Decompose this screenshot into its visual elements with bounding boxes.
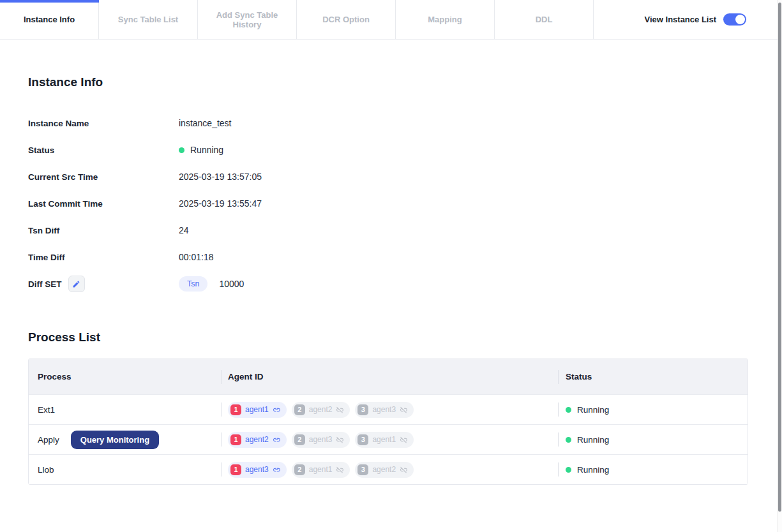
field-row-tsn-diff: Tsn Diff 24 <box>28 217 748 244</box>
agent-name: agent1 <box>372 435 396 444</box>
process-list-title: Process List <box>28 330 748 344</box>
process-table-header: Process Agent ID Status <box>29 359 748 394</box>
field-label: Status <box>28 145 179 155</box>
tab-label: Instance Info <box>24 15 75 24</box>
agent-badge[interactable]: 2 agent2 <box>292 402 350 418</box>
scrollbar-track <box>778 0 782 532</box>
main-content: Instance Info Instance Name instance_tes… <box>0 40 782 485</box>
column-header-agent-id: Agent ID <box>222 359 558 394</box>
table-row-llob: Llob 1 agent3 2 agent1 3 <box>29 454 748 484</box>
agent-name: agent3 <box>372 405 396 414</box>
link-off-icon <box>336 406 344 414</box>
field-row-status: Status Running <box>28 137 748 163</box>
link-off-icon <box>336 436 344 444</box>
table-row-ext1: Ext1 1 agent1 2 agent2 3 <box>29 394 748 424</box>
agent-priority-number: 2 <box>294 464 305 475</box>
agent-name: agent3 <box>245 465 269 474</box>
field-row-instance-name: Instance Name instance_test <box>28 110 748 137</box>
field-label: Diff SET <box>28 279 62 289</box>
diff-set-value: 10000 <box>219 279 244 289</box>
tab-label: DCR Option <box>322 15 370 24</box>
table-row-apply: Apply Query Monitoring 1 agent2 2 agent3 <box>29 424 748 454</box>
field-label: Instance Name <box>28 119 179 128</box>
agent-badge[interactable]: 1 agent2 <box>228 432 287 448</box>
field-label: Current Src Time <box>28 172 179 182</box>
tsn-badge[interactable]: Tsn <box>179 276 207 292</box>
tab-dcr-option[interactable]: DCR Option <box>297 0 396 39</box>
tab-instance-info[interactable]: Instance Info <box>0 0 99 39</box>
tab-sync-table-list[interactable]: Sync Table List <box>99 0 198 39</box>
field-value: instance_test <box>179 118 232 128</box>
process-list-section: Process List Process Agent ID Status Ext… <box>28 330 748 485</box>
process-table: Process Agent ID Status Ext1 1 agent1 <box>28 358 748 485</box>
field-value: 2025-03-19 13:57:05 <box>179 172 262 182</box>
agent-badge[interactable]: 3 agent3 <box>355 402 414 418</box>
view-instance-list-label: View Instance List <box>645 15 716 24</box>
tab-bar: Instance Info Sync Table List Add Sync T… <box>0 0 782 40</box>
agent-name: agent3 <box>309 435 333 444</box>
instance-detail-page: Instance Info Sync Table List Add Sync T… <box>0 0 782 485</box>
link-off-icon <box>336 466 344 474</box>
tab-add-sync-table-history[interactable]: Add Sync Table History <box>198 0 297 39</box>
tab-mapping[interactable]: Mapping <box>396 0 495 39</box>
agent-name: agent1 <box>245 405 269 414</box>
agent-badge[interactable]: 1 agent1 <box>228 402 287 418</box>
status-value: Running <box>190 145 223 155</box>
field-label: Time Diff <box>28 253 179 262</box>
status-dot-icon <box>566 437 571 443</box>
instance-info-title: Instance Info <box>28 75 748 89</box>
field-row-current-src-time: Current Src Time 2025-03-19 13:57:05 <box>28 163 748 190</box>
link-off-icon <box>400 406 408 414</box>
field-value: 2025-03-19 13:55:47 <box>179 198 262 209</box>
agent-name: agent2 <box>309 405 333 414</box>
field-value: 24 <box>179 225 189 235</box>
link-off-icon <box>400 466 408 474</box>
agent-badge[interactable]: 2 agent3 <box>292 432 350 448</box>
field-label: Tsn Diff <box>28 226 179 235</box>
view-instance-list-control: View Instance List <box>645 0 782 39</box>
toggle-knob <box>735 15 745 24</box>
process-status: Running <box>577 465 609 475</box>
process-name: Apply <box>38 435 59 445</box>
tab-label: Add Sync Table History <box>202 10 292 29</box>
agent-priority-number: 3 <box>357 404 368 415</box>
field-row-last-commit-time: Last Commit Time 2025-03-19 13:55:47 <box>28 190 748 217</box>
process-status: Running <box>577 435 609 445</box>
tab-label: Mapping <box>428 15 462 24</box>
field-label: Last Commit Time <box>28 199 179 209</box>
pencil-icon <box>72 280 80 288</box>
agent-priority-number: 2 <box>294 404 305 415</box>
field-value: 00:01:18 <box>179 252 214 262</box>
field-row-diff-set: Diff SET Tsn 10000 <box>28 270 748 297</box>
agent-priority-number: 1 <box>230 464 241 475</box>
status-dot-icon <box>566 407 571 413</box>
process-status: Running <box>577 405 609 415</box>
field-row-time-diff: Time Diff 00:01:18 <box>28 244 748 270</box>
view-instance-list-toggle[interactable] <box>723 13 746 26</box>
agent-badge[interactable]: 2 agent1 <box>292 462 350 478</box>
instance-info-fields: Instance Name instance_test Status Runni… <box>28 110 748 297</box>
link-off-icon <box>400 436 408 444</box>
scrollbar-thumb[interactable] <box>778 3 781 512</box>
agent-name: agent2 <box>372 465 396 474</box>
agent-badge[interactable]: 3 agent2 <box>355 462 414 478</box>
status-dot-icon <box>179 147 184 153</box>
link-icon <box>273 436 281 444</box>
column-header-status: Status <box>558 359 748 394</box>
agent-priority-number: 3 <box>357 464 368 475</box>
query-monitoring-button[interactable]: Query Monitoring <box>71 431 159 449</box>
link-icon <box>273 406 281 414</box>
status-dot-icon <box>566 467 571 473</box>
agent-name: agent1 <box>309 465 333 474</box>
agent-priority-number: 3 <box>357 434 368 445</box>
agent-badge[interactable]: 1 agent3 <box>228 462 287 478</box>
tab-ddl[interactable]: DDL <box>495 0 594 39</box>
link-icon <box>273 466 281 474</box>
edit-diff-set-button[interactable] <box>68 276 85 292</box>
agent-priority-number: 1 <box>230 404 241 415</box>
tab-label: DDL <box>536 15 553 24</box>
agent-priority-number: 2 <box>294 434 305 445</box>
process-name: Llob <box>38 465 54 475</box>
column-header-process: Process <box>29 359 222 394</box>
agent-badge[interactable]: 3 agent1 <box>355 432 414 448</box>
